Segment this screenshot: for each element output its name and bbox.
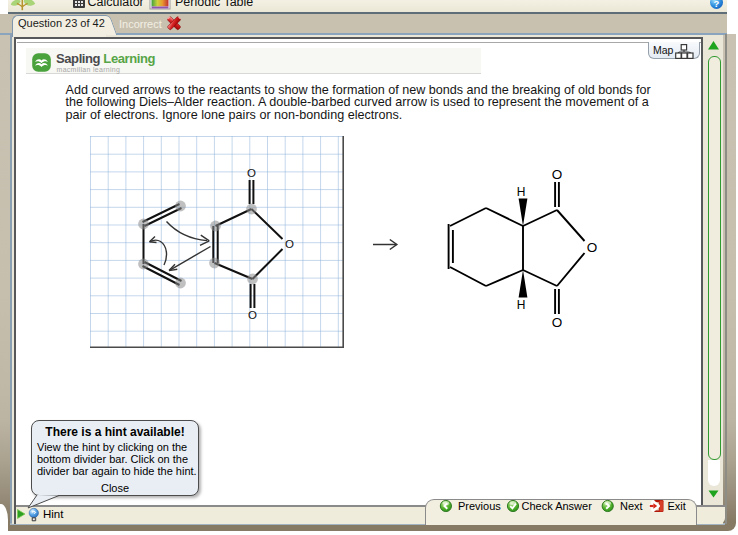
svg-text:O: O	[587, 240, 598, 255]
svg-text:O: O	[248, 309, 257, 321]
svg-text:O: O	[247, 167, 256, 179]
svg-text:O: O	[552, 167, 563, 182]
svg-text:?: ?	[714, 0, 720, 9]
svg-text:O: O	[552, 315, 563, 330]
svg-text:O: O	[285, 238, 294, 250]
svg-text:H: H	[517, 185, 526, 199]
svg-text:H: H	[517, 298, 526, 312]
